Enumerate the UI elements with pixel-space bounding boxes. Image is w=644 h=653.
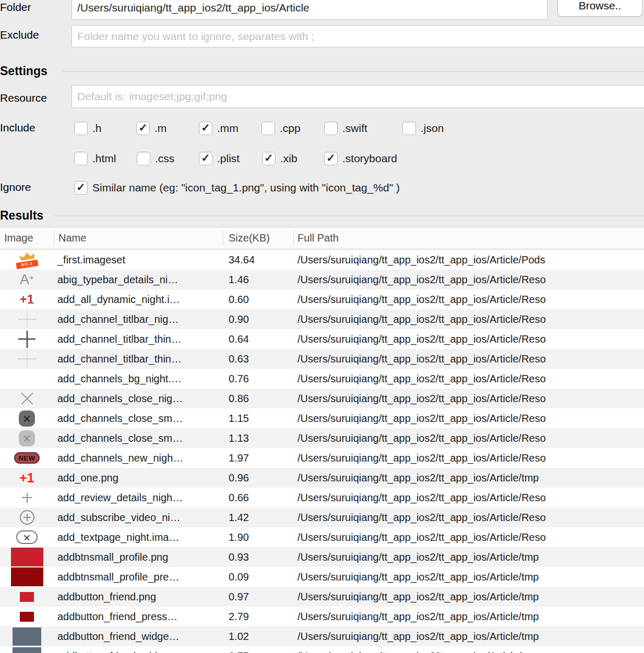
resource-path: /Users/suruiqiang/tt_app_ios2/tt_app_ios… [293,631,644,643]
resource-size: 1.13 [223,432,293,444]
resource-path: /Users/suruiqiang/tt_app_ios2/tt_app_ios… [293,611,644,623]
results-table-header: Image Name Size(KB) Full Path [0,227,644,249]
resource-size: 0.75 [223,650,293,653]
checkbox-mm[interactable]: ✓.mm [199,121,238,135]
dark-red-swatch-icon [11,567,43,586]
table-row[interactable]: NO.1_first.imageset34.64/Users/suruiqian… [0,250,644,270]
resource-name: add_subscribe_video_ni… [54,512,223,524]
table-row[interactable]: add_textpage_night.ima…1.90/Users/suruiq… [0,527,644,547]
resource-thumbnail [0,548,54,566]
table-row[interactable]: addbutton_friend_widge…0.75/Users/suruiq… [0,646,644,653]
table-row[interactable]: addbutton_friend_widge…1.02/Users/suruiq… [0,626,644,646]
check-icon: ✓ [76,182,86,192]
resource-name: add_channels_bg_night.… [54,373,223,385]
resource-thumbnail [0,627,54,646]
checkbox-h[interactable]: ✓.h [74,121,102,135]
resource-thumbnail [0,567,54,586]
column-header-name[interactable]: Name [58,227,86,249]
checkbox-xib[interactable]: ✓.xib [262,151,297,165]
column-divider[interactable] [223,230,223,246]
table-row[interactable]: addbtnsmall_profile.png0.93/Users/suruiq… [0,547,644,567]
resource-path: /Users/suruiqiang/tt_app_ios2/tt_app_ios… [293,512,644,524]
table-row[interactable]: +1add_all_dynamic_night.i…0.60/Users/sur… [0,289,644,309]
resource-size: 0.96 [223,472,293,484]
resource-name: add_one.png [54,472,223,484]
table-row[interactable]: add_review_details_nigh…0.66/Users/surui… [0,488,644,507]
checkbox-cpp[interactable]: ✓.cpp [261,121,301,135]
column-divider[interactable] [54,230,54,246]
checkbox-label: .css [155,152,174,165]
resource-name: abig_typebar_details_ni… [54,274,223,286]
resource-thumbnail: +1 [0,470,54,486]
resource-thumbnail [0,647,54,653]
checkbox-swift[interactable]: ✓.swift [324,121,367,135]
table-row[interactable]: +1add_one.png0.96/Users/suruiqiang/tt_ap… [0,468,644,488]
checkbox-box: ✓ [324,152,338,165]
table-row[interactable]: add_channels_bg_night.…0.76/Users/suruiq… [0,369,644,389]
table-row[interactable]: addbutton_friend_press…2.79/Users/suruiq… [0,607,644,626]
table-row[interactable]: addbutton_friend.png0.97/Users/suruiqian… [0,587,644,607]
checkbox-css[interactable]: ✓.css [137,151,174,165]
checkbox-storyboard[interactable]: ✓.storyboard [324,151,397,165]
column-divider[interactable] [293,230,294,246]
table-row[interactable]: add_channel_titlbar_nig…0.90/Users/surui… [0,309,644,329]
resource-name: addbtnsmall_profile.png [54,551,223,563]
checkbox-json[interactable]: ✓.json [402,121,444,135]
table-row[interactable]: addbtnsmall_profile_pre…0.09/Users/surui… [0,567,644,587]
checkbox-label: .html [92,152,116,165]
check-icon: ✓ [326,152,336,163]
resource-size: 0.09 [223,571,293,583]
close-icon [16,388,38,409]
resource-name: add_channels_close_sm… [54,413,223,425]
checkbox-label: .storyboard [342,152,397,165]
table-row[interactable]: add_channel_titlbar_thin…0.64/Users/suru… [0,329,644,349]
plus-icon [22,493,32,503]
checkbox-box: ✓ [136,122,150,135]
folder-input[interactable] [71,0,547,20]
close-button-icon [19,410,35,427]
table-row[interactable]: add_channels_close_sm…1.15/Users/suruiqi… [0,408,644,428]
column-header-size[interactable]: Size(KB) [229,227,270,249]
checkbox-label: .json [421,122,444,135]
table-row[interactable]: add_subscribe_video_ni…1.42/Users/suruiq… [0,507,644,527]
resource-size: 2.79 [223,611,293,623]
table-row[interactable]: A+abig_typebar_details_ni…1.46/Users/sur… [0,270,644,289]
resource-name: addbutton_friend_widge… [54,650,223,653]
red-swatch-icon [11,548,43,566]
exclude-input[interactable] [71,25,644,47]
checkbox-html[interactable]: ✓.html [74,151,116,165]
column-header-image[interactable]: Image [4,227,33,249]
resource-input[interactable] [71,85,644,108]
resource-size: 0.90 [223,313,293,325]
checkbox-label: .h [92,122,102,135]
ribbon-icon: NO.1 [16,259,38,269]
folder-label: Folder [0,1,31,14]
browse-button[interactable]: Browse.. [557,0,642,17]
resource-size: 34.64 [223,254,293,266]
resource-thumbnail [0,349,54,368]
table-row[interactable]: NEWadd_channels_new_nigh…1.97/Users/suru… [0,448,644,468]
resource-thumbnail [0,592,54,602]
resource-path: /Users/suruiqiang/tt_app_ios2/tt_app_ios… [293,353,644,365]
resource-name: add_all_dynamic_night.i… [54,294,223,306]
resource-thumbnail [0,510,54,525]
plus-icon [18,310,37,329]
checkbox-m[interactable]: ✓.m [136,121,166,135]
table-row[interactable]: add_channels_close_sm…1.13/Users/suruiqi… [0,428,644,448]
table-row[interactable]: add_channel_titlbar_thin…0.63/Users/suru… [0,349,644,369]
table-row[interactable]: add_channels_close_nig…0.86/Users/suruiq… [0,389,644,408]
resource-name: _first.imageset [54,254,223,266]
checkbox-plist[interactable]: ✓.plist [199,151,240,165]
checkbox-label: .mm [217,122,238,135]
checkbox-similarnameegicontag1pngusingwithicontagd[interactable]: ✓Similar name (eg: "icon_tag_1.png", usi… [74,180,400,195]
resource-name: add_channels_close_sm… [54,432,223,444]
dark-red-swatch-icon [20,612,34,622]
resource-path: /Users/suruiqiang/tt_app_ios2/tt_app_ios… [293,333,644,345]
resource-name: addbutton_friend.png [54,591,223,603]
checkbox-box: ✓ [262,152,276,165]
column-header-fullpath[interactable]: Full Path [297,227,339,249]
include-label: Include [0,122,35,134]
resource-name: add_review_details_nigh… [54,492,223,504]
resource-thumbnail [0,410,54,427]
resource-size: 1.42 [223,512,293,524]
